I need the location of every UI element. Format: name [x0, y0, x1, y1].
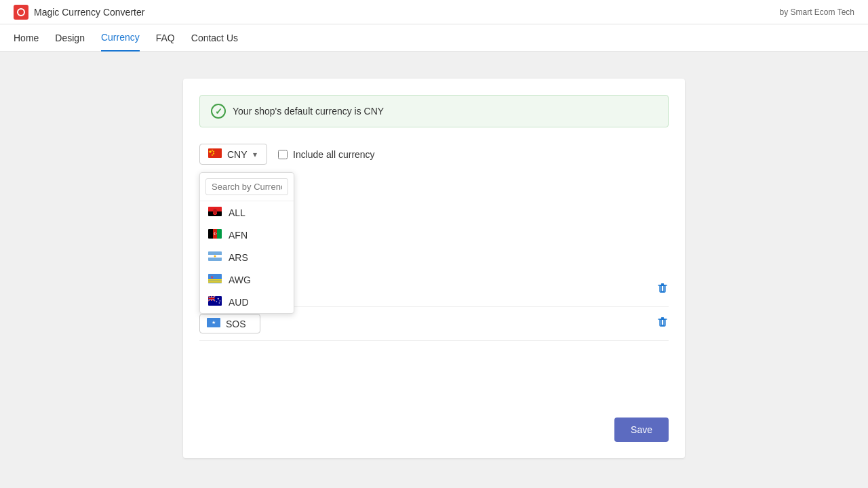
svg-text:★: ★	[212, 320, 216, 325]
dropdown-item-ars[interactable]: ARS	[200, 246, 294, 268]
ars-flag	[208, 251, 222, 263]
svg-rect-15	[208, 251, 222, 255]
dropdown-search-container	[200, 173, 294, 201]
nav-item-currency[interactable]: Currency	[101, 24, 140, 52]
include-all-checkbox[interactable]	[278, 150, 288, 159]
dropdown-item-ars-label: ARS	[229, 252, 248, 263]
currency-row-sos-left: ★ SOS	[199, 314, 260, 333]
currency-dropdown-menu: ALL ☪ AFN	[199, 172, 294, 314]
currency-controls: CNY ▾	[199, 144, 669, 165]
nav-item-home[interactable]: Home	[14, 24, 39, 52]
svg-rect-17	[208, 258, 222, 261]
search-input[interactable]	[205, 178, 288, 195]
content-card: ✓ Your shop's default currency is CNY	[183, 79, 685, 458]
all-flag	[208, 207, 222, 218]
svg-point-10	[213, 209, 217, 214]
dropdown-item-all[interactable]: ALL	[200, 201, 294, 224]
dropdown-item-afn[interactable]: ☪ AFN	[200, 224, 294, 246]
dropdown-item-awg[interactable]: ★ AWG	[200, 268, 294, 291]
nav-item-design[interactable]: Design	[55, 24, 85, 52]
app-subtitle: by Smart Ecom Tech	[780, 7, 854, 17]
svg-rect-21	[208, 281, 222, 283]
dropdown-list: ALL ☪ AFN	[200, 201, 294, 313]
include-all-row: Include all currency	[278, 149, 375, 160]
dropdown-item-aud[interactable]: ★ ★ ★ ★ AUD	[200, 291, 294, 313]
app-icon	[14, 5, 28, 20]
svg-text:★: ★	[210, 275, 214, 279]
awg-flag: ★	[208, 274, 222, 285]
nav-item-faq[interactable]: FAQ	[156, 24, 175, 52]
dropdown-item-aud-label: AUD	[229, 297, 249, 308]
dropdown-item-afn-label: AFN	[229, 230, 248, 241]
aud-flag: ★ ★ ★ ★	[208, 296, 222, 308]
check-icon: ✓	[211, 104, 226, 119]
cny-flag	[208, 148, 222, 160]
dropdown-arrow-icon: ▾	[253, 150, 257, 159]
delete-sos-icon[interactable]	[656, 316, 669, 331]
main-content: ✓ Your shop's default currency is CNY	[0, 52, 868, 488]
svg-point-18	[214, 256, 216, 258]
nav-item-contact[interactable]: Contact Us	[191, 24, 238, 52]
selected-currency-code: CNY	[227, 149, 248, 160]
main-nav: Home Design Currency FAQ Contact Us	[0, 24, 868, 52]
alert-text: Your shop's default currency is CNY	[233, 106, 384, 117]
app-icon-inner	[17, 8, 25, 16]
include-all-label: Include all currency	[293, 149, 375, 160]
svg-rect-13	[217, 229, 222, 239]
save-button[interactable]: Save	[614, 418, 669, 442]
app-header: Magic Currency Converter by Smart Ecom T…	[0, 0, 868, 24]
svg-rect-32	[212, 296, 212, 301]
svg-rect-11	[208, 229, 213, 239]
svg-rect-20	[208, 279, 222, 281]
sos-badge: ★ SOS	[199, 314, 260, 333]
sos-code: SOS	[226, 319, 246, 329]
svg-text:★: ★	[218, 302, 220, 304]
currency-selector[interactable]: CNY ▾	[199, 144, 267, 165]
app-header-left: Magic Currency Converter	[14, 5, 144, 20]
delete-bnd-icon[interactable]	[656, 282, 669, 298]
dropdown-item-all-label: ALL	[229, 207, 245, 218]
svg-text:★: ★	[216, 300, 218, 303]
dropdown-item-awg-label: AWG	[229, 274, 251, 285]
app-title: Magic Currency Converter	[34, 7, 144, 18]
afn-flag: ☪	[208, 229, 222, 241]
svg-text:☪: ☪	[214, 232, 217, 236]
default-currency-alert: ✓ Your shop's default currency is CNY	[199, 95, 669, 127]
sos-flag: ★	[207, 318, 220, 329]
